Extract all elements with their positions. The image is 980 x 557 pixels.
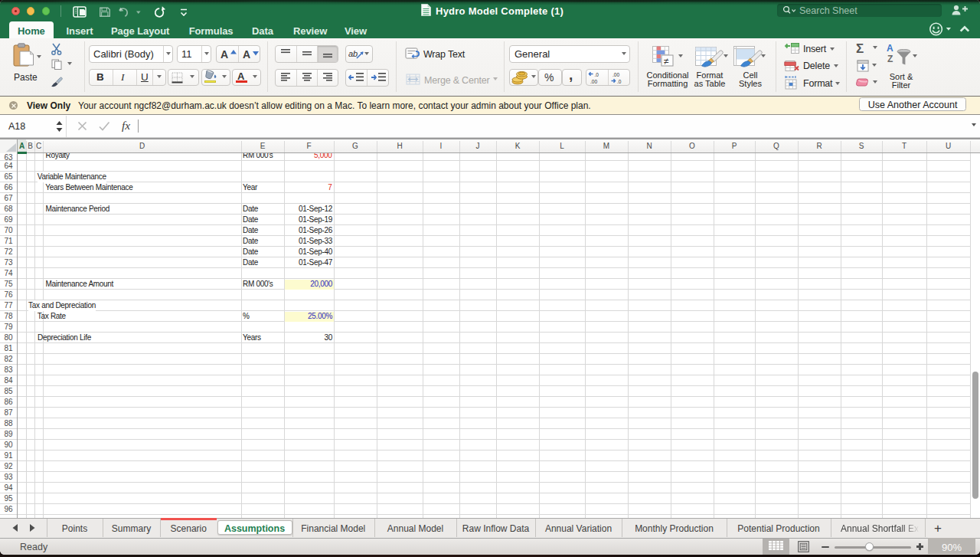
svg-text:.00: .00: [590, 79, 597, 84]
svg-text:.00: .00: [612, 72, 619, 77]
svg-text:ab: ab: [348, 49, 358, 58]
svg-text:.0: .0: [617, 79, 622, 84]
svg-text:.0: .0: [595, 72, 599, 77]
svg-text:≠: ≠: [664, 56, 669, 67]
